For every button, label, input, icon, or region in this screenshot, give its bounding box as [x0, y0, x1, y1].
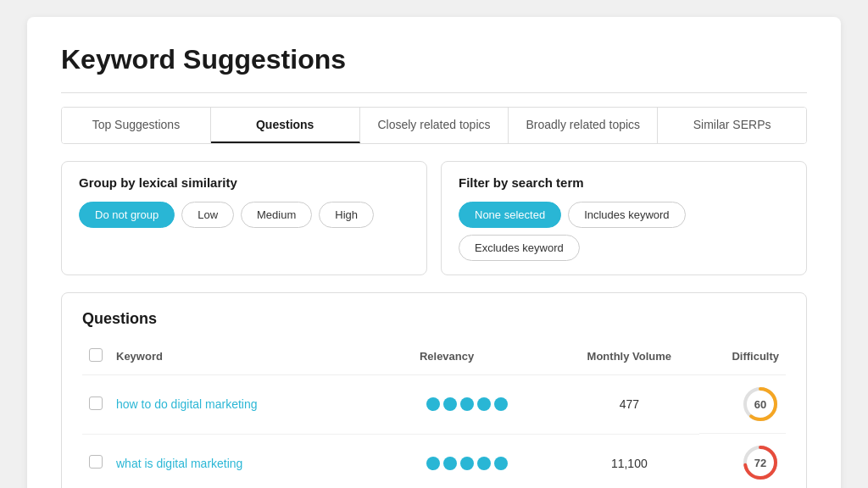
volume-0: 477 — [559, 375, 699, 435]
divider — [61, 92, 807, 93]
group-pill-medium[interactable]: Medium — [241, 202, 312, 228]
filters-row: Group by lexical similarity Do not group… — [61, 161, 807, 275]
keyword-link-1[interactable]: what is digital marketing — [116, 457, 242, 470]
page-title: Keyword Suggestions — [61, 44, 807, 75]
dot-0-4 — [494, 397, 508, 411]
table-section-title: Questions — [82, 310, 786, 328]
diff-circle-0: 60 — [742, 385, 779, 423]
relevancy-dots-1 — [416, 457, 553, 470]
diff-num-0: 60 — [754, 398, 766, 411]
group-pill-low[interactable]: Low — [181, 202, 234, 228]
dot-0-0 — [426, 397, 440, 411]
dot-0-1 — [443, 397, 457, 411]
row-checkbox-1[interactable] — [89, 455, 103, 469]
search-filter-box: Filter by search term None selectedInclu… — [441, 161, 807, 275]
difficulty-cell-1: 72 — [699, 434, 786, 488]
col-volume: Monthly Volume — [559, 341, 699, 375]
group-filter-box: Group by lexical similarity Do not group… — [61, 161, 427, 275]
volume-1: 11,100 — [559, 434, 699, 488]
group-pill-high[interactable]: High — [319, 202, 374, 228]
tab-top[interactable]: Top Suggestions — [62, 108, 211, 143]
search-pill-includes[interactable]: Includes keyword — [568, 202, 685, 228]
dot-1-1 — [443, 457, 457, 470]
difficulty-cell-0: 60 — [699, 375, 786, 434]
search-pill-none[interactable]: None selected — [459, 202, 561, 228]
col-checkbox — [82, 341, 109, 375]
keyword-link-0[interactable]: how to do digital marketing — [116, 397, 258, 411]
group-pill-group: Do not groupLowMediumHigh — [79, 202, 409, 228]
keyword-table: KeywordRelevancyMonthly VolumeDifficulty… — [82, 341, 786, 488]
group-pill-do-not-group[interactable]: Do not group — [79, 202, 175, 228]
relevancy-dots-0 — [416, 397, 553, 411]
dot-1-4 — [494, 457, 508, 470]
main-container: Keyword Suggestions Top SuggestionsQuest… — [27, 17, 841, 488]
search-filter-title: Filter by search term — [459, 175, 789, 190]
tab-questions[interactable]: Questions — [211, 108, 360, 143]
table-section: Questions KeywordRelevancyMonthly Volume… — [61, 292, 807, 488]
diff-num-1: 72 — [754, 457, 766, 469]
tab-bar: Top SuggestionsQuestionsClosely related … — [61, 107, 807, 144]
search-pill-group: None selectedIncludes keywordExcludes ke… — [459, 202, 789, 261]
header-checkbox[interactable] — [89, 348, 103, 362]
table-row: what is digital marketing11,100 72 — [82, 434, 786, 488]
tab-broadly[interactable]: Broadly related topics — [509, 108, 658, 143]
col-difficulty: Difficulty — [699, 341, 786, 375]
dot-1-0 — [426, 457, 440, 470]
table-row: how to do digital marketing477 60 — [82, 375, 786, 435]
col-keyword: Keyword — [109, 341, 409, 375]
group-filter-title: Group by lexical similarity — [79, 175, 409, 190]
row-checkbox-0[interactable] — [89, 396, 103, 410]
tab-closely[interactable]: Closely related topics — [360, 108, 509, 143]
search-pill-excludes[interactable]: Excludes keyword — [459, 235, 580, 261]
dot-1-2 — [460, 457, 474, 470]
col-relevancy: Relevancy — [409, 341, 559, 375]
dot-0-2 — [460, 397, 474, 411]
tab-serps[interactable]: Similar SERPs — [658, 108, 806, 143]
dot-0-3 — [477, 397, 491, 411]
dot-1-3 — [477, 457, 491, 470]
diff-circle-1: 72 — [742, 444, 779, 481]
